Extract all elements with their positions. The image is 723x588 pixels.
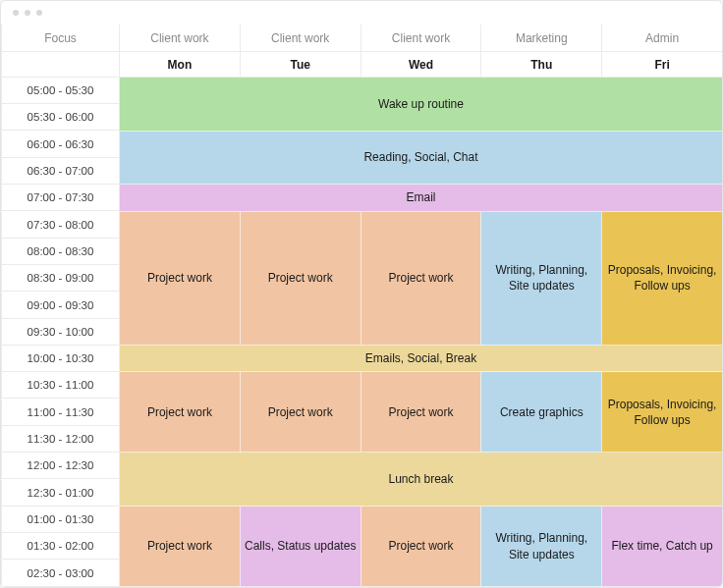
day-header: Thu: [480, 52, 601, 78]
schedule-block-writing_b[interactable]: Writing, Planning, Site updates: [480, 507, 601, 587]
schedule-block-wake[interactable]: Wake up routine: [119, 78, 722, 132]
time-slot-label: 09:30 - 10:00: [1, 319, 119, 346]
schedule-block-flex[interactable]: Flex time, Catch up: [601, 507, 722, 587]
time-slot-label: 02:30 - 03:00: [1, 561, 119, 587]
schedule-grid: Focus Client work Client work Client wor…: [1, 25, 722, 587]
time-slot-label: 08:30 - 09:00: [1, 265, 119, 292]
window-titlebar: [1, 1, 722, 25]
time-slot-label: 05:30 - 06:00: [1, 104, 119, 131]
schedule-block-pw_mon_c[interactable]: Project work: [119, 507, 240, 587]
schedule-block-pw_tue_a[interactable]: Project work: [240, 212, 361, 347]
time-slot-label: 11:30 - 12:00: [1, 426, 119, 453]
time-slot-label: 11:00 - 11:30: [1, 400, 119, 426]
category-header: Client work: [240, 25, 361, 52]
time-slot-label: 06:30 - 07:00: [1, 158, 119, 185]
time-slot-label: 10:00 - 10:30: [1, 346, 119, 372]
day-header: Wed: [361, 52, 481, 78]
schedule-block-calls[interactable]: Calls, Status updates: [240, 507, 361, 587]
app-window: Focus Client work Client work Client wor…: [0, 0, 723, 588]
time-slot-label: 12:00 - 12:30: [1, 453, 119, 479]
schedule-block-prop_b[interactable]: Proposals, Invoicing, Follow ups: [601, 372, 722, 453]
day-header: Mon: [119, 52, 240, 78]
schedule-block-pw_mon_a[interactable]: Project work: [119, 212, 240, 347]
category-header: Client work: [361, 25, 481, 52]
window-control-minimize[interactable]: [25, 10, 30, 16]
time-slot-label: 01:00 - 01:30: [1, 507, 119, 533]
schedule-block-email[interactable]: Email: [119, 185, 722, 211]
day-header: Tue: [240, 52, 361, 78]
day-header: Fri: [601, 52, 722, 78]
time-slot-label: 05:00 - 05:30: [1, 78, 119, 104]
schedule-block-pw_wed_a[interactable]: Project work: [361, 212, 481, 347]
schedule-block-prop_a[interactable]: Proposals, Invoicing, Follow ups: [601, 212, 722, 347]
window-control-close[interactable]: [13, 10, 19, 16]
schedule-block-pw_tue_b[interactable]: Project work: [240, 372, 361, 453]
time-slot-label: 07:00 - 07:30: [1, 185, 119, 211]
focus-column-header: Focus: [1, 25, 119, 52]
schedule-block-esb[interactable]: Emails, Social, Break: [119, 346, 722, 372]
time-slot-label: 12:30 - 01:00: [1, 480, 119, 507]
category-header: Marketing: [480, 25, 601, 52]
day-header-blank: [1, 52, 119, 78]
schedule-block-graphics[interactable]: Create graphics: [480, 372, 601, 453]
schedule-block-reading[interactable]: Reading, Social, Chat: [119, 132, 722, 186]
time-slot-label: 09:00 - 09:30: [1, 293, 119, 319]
time-slot-label: 07:30 - 08:00: [1, 212, 119, 239]
category-header: Admin: [601, 25, 722, 52]
window-control-zoom[interactable]: [36, 10, 42, 16]
time-slot-label: 01:30 - 02:00: [1, 533, 119, 560]
schedule-block-pw_wed_c[interactable]: Project work: [361, 507, 481, 587]
time-slot-label: 08:00 - 08:30: [1, 239, 119, 265]
schedule-block-pw_mon_b[interactable]: Project work: [119, 372, 240, 453]
schedule-block-writing_a[interactable]: Writing, Planning, Site updates: [480, 212, 601, 347]
schedule-block-pw_wed_b[interactable]: Project work: [361, 372, 481, 453]
category-header: Client work: [119, 25, 240, 52]
time-slot-label: 10:30 - 11:00: [1, 372, 119, 399]
schedule-block-lunch[interactable]: Lunch break: [119, 453, 722, 507]
time-slot-label: 06:00 - 06:30: [1, 132, 119, 158]
